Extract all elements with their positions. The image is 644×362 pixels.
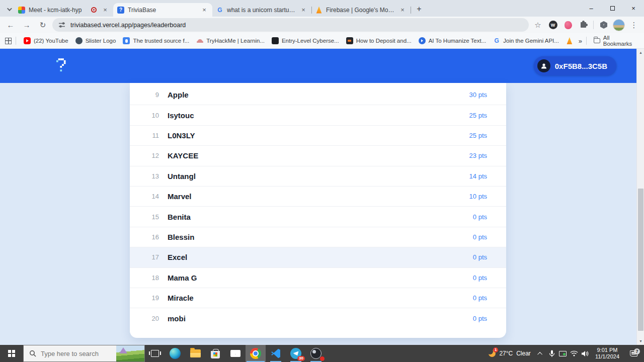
obs-button[interactable]: [306, 345, 326, 362]
leaderboard-row: 19 Miracle 0 pts: [130, 288, 506, 308]
tab-favicon-icon: [18, 7, 25, 14]
minimize-button[interactable]: –: [581, 0, 602, 17]
browser-menu-icon[interactable]: ⋮: [628, 19, 640, 31]
tab-favicon-icon: G: [216, 7, 223, 14]
taskbar-clock[interactable]: 9:01 PM 11/1/2024: [591, 347, 624, 360]
microphone-tray-button[interactable]: [546, 345, 557, 362]
triviabase-logo-icon[interactable]: [56, 58, 69, 74]
browser-tab[interactable]: Firebase | Google's Mobile and ×: [311, 3, 411, 17]
tab-search-icon[interactable]: [3, 3, 14, 16]
leaderboard-row: 12 KAYCEE 23 pts: [130, 146, 506, 166]
bookmark-favicon-icon: [24, 37, 31, 44]
player-name: mobi: [168, 314, 186, 323]
bookmarks-divider: [16, 37, 16, 45]
maximize-button[interactable]: [602, 0, 623, 17]
points-value: 0 pts: [473, 294, 487, 302]
points-value: 25 pts: [469, 132, 487, 139]
bookmark-label: Entry-Level Cyberse...: [282, 38, 339, 44]
bookmark-item[interactable]: Slister Logo: [72, 35, 120, 46]
tab-close-icon[interactable]: ×: [101, 6, 109, 14]
site-header: 0xF5B8...3C5B: [0, 49, 644, 83]
url-text: triviabased.vercel.app/pages/leaderboard: [70, 22, 186, 29]
browser-toolbar: ← → ↻ triviabased.vercel.app/pages/leade…: [0, 17, 644, 33]
bookmark-item[interactable]: G Join the Gemini API...: [490, 35, 562, 46]
close-window-button[interactable]: ×: [623, 0, 644, 17]
wallet-address-chip[interactable]: 0xF5B8...3C5B: [534, 56, 616, 75]
points-value: 14 pts: [469, 172, 487, 180]
mail-button[interactable]: [225, 345, 246, 362]
bookmark-item[interactable]: Entry-Level Cyberse...: [268, 35, 343, 46]
tab-close-icon[interactable]: ×: [299, 6, 307, 14]
rank-label: 16: [149, 233, 159, 241]
extensions-puzzle-icon[interactable]: [577, 19, 589, 31]
telegram-button[interactable]: 30: [286, 345, 306, 362]
rank-label: 10: [149, 112, 159, 119]
browser-tab[interactable]: Meet - kcm-iatk-hyp ×: [14, 3, 113, 17]
rank-label: 11: [149, 132, 159, 139]
reload-button[interactable]: ↻: [36, 19, 49, 32]
file-explorer-button[interactable]: [185, 345, 205, 362]
volume-tray-button[interactable]: [580, 345, 591, 362]
action-center-button[interactable]: 7: [624, 350, 643, 356]
scrollbar-up-icon[interactable]: ▲: [637, 49, 644, 56]
wifi-icon: [570, 350, 578, 356]
weather-widget[interactable]: 1 27°C Clear: [484, 350, 535, 357]
tab-close-icon[interactable]: ×: [398, 6, 407, 14]
bookmark-item[interactable]: The trusted source f...: [119, 35, 193, 46]
points-value: 23 pts: [469, 152, 487, 159]
leaderboard-row: 16 Blessin 0 pts: [130, 227, 506, 247]
apps-grid-icon[interactable]: [5, 38, 12, 44]
player-name: Untangl: [168, 172, 196, 180]
bookmark-star-icon[interactable]: ☆: [532, 19, 544, 31]
profile-avatar[interactable]: [613, 19, 625, 31]
rank-label: 19: [149, 294, 159, 302]
bookmark-favicon-icon: [196, 37, 203, 44]
vscode-icon: [270, 348, 281, 359]
cast-tray-button[interactable]: [557, 345, 569, 362]
site-info-icon[interactable]: [58, 21, 66, 29]
search-icon: [29, 350, 36, 357]
bookmark-item[interactable]: TryHackMe | Learnin...: [193, 35, 268, 46]
bookmark-item[interactable]: AI To Humanize Text...: [415, 35, 490, 46]
taskbar-search-box[interactable]: [23, 345, 145, 362]
tray-expand-button[interactable]: [535, 345, 546, 362]
bookmark-favicon-icon: G: [493, 37, 500, 44]
edge-button[interactable]: [165, 345, 185, 362]
browser-tab[interactable]: ? TriviaBase ×: [113, 3, 212, 17]
scrollbar-thumb[interactable]: [638, 189, 643, 331]
scrollbar-down-icon[interactable]: ▼: [637, 337, 644, 345]
task-view-button[interactable]: [145, 345, 165, 362]
page-viewport: 0xF5B8...3C5B 9 Apple 30 pts 10 Isytouc …: [0, 49, 644, 345]
browser-tab[interactable]: G what is a unicorn startup - Goo ×: [212, 3, 311, 17]
all-bookmarks-button[interactable]: All Bookmarks: [591, 35, 639, 47]
bookmarks-list: (22) YouTube Slister Logo The trusted so…: [20, 35, 575, 46]
start-button[interactable]: [0, 345, 23, 362]
tab-close-icon[interactable]: ×: [200, 6, 208, 14]
bookmarks-overflow-chevron[interactable]: »: [575, 37, 586, 45]
bookmark-favicon-icon: [346, 37, 353, 44]
back-button[interactable]: ←: [4, 19, 17, 32]
address-bar[interactable]: triviabased.vercel.app/pages/leaderboard: [52, 18, 529, 32]
bookmark-item[interactable]: How to Deposit and...: [343, 35, 415, 46]
bookmark-item[interactable]: Firebase Open Source: [562, 35, 575, 46]
vscode-button[interactable]: [266, 345, 286, 362]
new-tab-button[interactable]: +: [413, 3, 426, 16]
bookmark-label: How to Deposit and...: [356, 38, 412, 44]
chrome-button[interactable]: [246, 345, 266, 362]
bookmark-item[interactable]: (22) YouTube: [20, 35, 72, 46]
pink-extension-icon[interactable]: [562, 19, 574, 31]
recording-dot-icon: [320, 356, 325, 361]
microsoft-store-button[interactable]: [205, 345, 225, 362]
moon-weather-icon: 1: [489, 350, 496, 357]
wappalyzer-extension-icon[interactable]: W: [547, 19, 559, 31]
shield-lightning-extension-icon[interactable]: [598, 19, 610, 31]
forward-button[interactable]: →: [20, 19, 33, 32]
mail-icon: [230, 350, 240, 357]
rank-label: 12: [149, 152, 159, 159]
bookmark-label: Slister Logo: [86, 38, 116, 44]
wifi-tray-button[interactable]: [569, 345, 580, 362]
telegram-badge: 30: [297, 356, 305, 361]
tab-title: Firebase | Google's Mobile and: [326, 7, 395, 14]
search-input[interactable]: [41, 350, 116, 357]
weather-badge: 1: [493, 347, 498, 352]
